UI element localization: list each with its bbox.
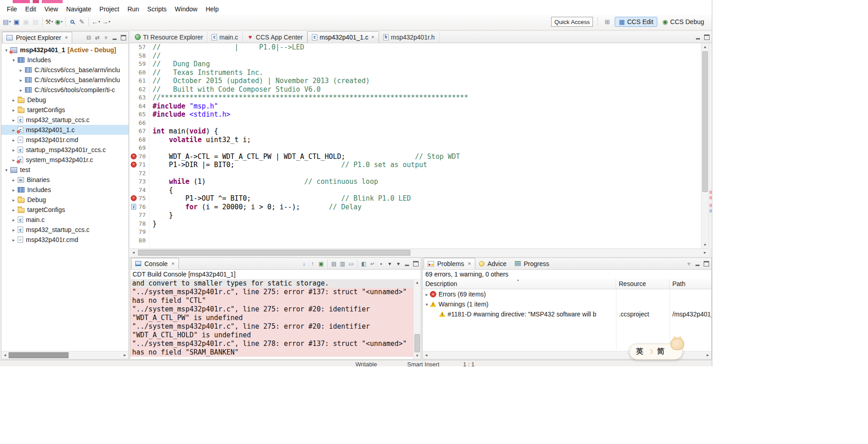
twistie-icon[interactable]: ▸ (10, 178, 17, 183)
editor-tab-msp432p401r-h[interactable]: msp432p401r.h (379, 31, 439, 43)
twistie-icon[interactable]: ▾ (3, 168, 10, 173)
menu-item-view[interactable]: View (40, 4, 62, 15)
tree-item[interactable]: ▸msp432_startup_ccs.c (1, 225, 128, 235)
twistie-icon[interactable]: ▸ (10, 207, 17, 212)
tree-item[interactable]: ▸main.c (1, 215, 128, 225)
ime-simplified[interactable]: 简 (657, 347, 665, 356)
console-tab[interactable]: Console ✕ (131, 258, 179, 269)
open-console-icon[interactable]: ▾ (394, 259, 403, 268)
console-output[interactable]: and convert to smaller types for static … (130, 279, 413, 359)
twistie-icon[interactable]: ▸ (10, 197, 17, 202)
editor-tab-main-c[interactable]: main.c (207, 31, 242, 43)
minimize-icon[interactable] (110, 33, 119, 42)
word-wrap-icon[interactable]: ↵ (368, 259, 377, 268)
error-mark[interactable] (710, 191, 712, 194)
tab-advice[interactable]: Advice (475, 258, 511, 269)
close-tab-icon[interactable]: ✕ (371, 35, 375, 39)
column-description[interactable]: Description ▴ (423, 279, 616, 289)
editor-hscrollbar[interactable]: ◄ ► (130, 248, 709, 257)
problems-row[interactable]: ▾!Warnings (1 item) (423, 299, 711, 309)
editor-vscrollbar[interactable]: ▲ ▼ (701, 43, 709, 248)
menu-item-window[interactable]: Window (171, 4, 202, 15)
tree-item[interactable]: ▸Debug (1, 95, 128, 105)
scroll-right-icon[interactable]: ► (701, 249, 709, 257)
tree-item[interactable]: ▸startup_msp432p401r_ccs.c (1, 145, 128, 155)
tree-item[interactable]: ▸Debug (1, 195, 128, 205)
tree-item[interactable]: ▸system_msp432p401r.c (1, 155, 128, 165)
tree-item[interactable]: ▸C:/ti/ccsv6/ccs_base/arm/inclu (1, 65, 128, 75)
maximize-icon[interactable] (702, 259, 710, 268)
tree-item[interactable]: ▾Includes (1, 55, 128, 65)
tree-item[interactable]: ▸targetConfigs (1, 205, 128, 215)
ime-mode-icon[interactable]: ☽ (647, 348, 653, 355)
ime-indicator[interactable]: 英 ☽ 简 (629, 344, 683, 360)
tab-progress[interactable]: Progress (511, 258, 554, 269)
scroll-right-icon[interactable]: ► (704, 351, 711, 359)
next-error-icon[interactable]: ↓ (300, 259, 308, 268)
twistie-icon[interactable]: ▸ (18, 68, 24, 73)
ime-lang[interactable]: 英 (636, 347, 643, 356)
error-mark[interactable] (710, 196, 712, 199)
tree-item[interactable]: ▸msp432p401r.cmd (1, 235, 128, 245)
maximize-icon[interactable] (411, 259, 420, 268)
twistie-icon[interactable]: ▾ (10, 58, 17, 63)
info-mark[interactable] (710, 209, 712, 212)
project-explorer-hscrollbar[interactable]: ◄ ► (1, 351, 128, 359)
dropdown-arrow-icon[interactable]: ▾ (9, 20, 11, 24)
tab-problems[interactable]: Problems✕ (424, 258, 475, 269)
menu-item-project[interactable]: Project (95, 4, 123, 15)
scrollbar-thumb[interactable] (702, 51, 708, 192)
editor-tab-msp432p401-1-c[interactable]: msp432p401_1.c✕ (307, 31, 379, 43)
twistie-icon[interactable]: ▸ (10, 227, 17, 232)
menu-item-navigate[interactable]: Navigate (62, 4, 95, 15)
copy-log-icon[interactable]: ▥ (338, 259, 347, 268)
scroll-down-icon[interactable]: ▼ (414, 352, 421, 359)
back-icon[interactable]: ←▾ (91, 17, 101, 27)
twistie-icon[interactable]: ▸ (18, 88, 24, 93)
problems-row[interactable]: ▸✕Errors (69 items) (423, 289, 711, 299)
project-explorer-tab[interactable]: Project Explorer ✕ (2, 32, 72, 43)
twistie-icon[interactable]: ▾ (424, 302, 430, 307)
view-menu-icon[interactable]: ▿ (102, 33, 110, 42)
twistie-icon[interactable]: ▸ (18, 78, 24, 83)
tree-item[interactable]: ▸Includes (1, 185, 128, 195)
menu-item-run[interactable]: Run (123, 4, 143, 15)
export-log-icon[interactable]: ▤ (330, 259, 338, 268)
editor-tab-ti-resource-explorer[interactable]: TI Resource Explorer (131, 31, 207, 43)
display-console-icon[interactable]: ▾ (385, 259, 394, 268)
minimize-icon[interactable] (403, 259, 411, 268)
twistie-icon[interactable]: ▸ (10, 128, 17, 133)
console-vscrollbar[interactable]: ▲ ▼ (413, 279, 421, 359)
column-path[interactable]: Path (670, 279, 711, 289)
twistie-icon[interactable]: ▾ (3, 48, 10, 53)
print-icon[interactable]: ▤ (31, 17, 40, 27)
twistie-icon[interactable]: ▸ (10, 98, 17, 103)
pin-console-icon[interactable]: ▪ (377, 259, 385, 268)
overview-ruler[interactable] (709, 43, 712, 248)
maximize-icon[interactable] (119, 33, 128, 42)
twistie-icon[interactable]: ▸ (10, 187, 17, 192)
problems-row[interactable]: !#1181-D #warning directive: "MSP432 sof… (423, 309, 711, 319)
previous-error-icon[interactable]: ↑ (308, 259, 317, 268)
dropdown-arrow-icon[interactable]: ▾ (99, 20, 100, 24)
show-error-in-editor-icon[interactable]: ▣ (317, 259, 326, 268)
scrollbar-thumb[interactable] (414, 334, 420, 352)
twistie-icon[interactable]: ▸ (10, 138, 17, 143)
close-tab-icon[interactable]: ✕ (468, 261, 471, 266)
clear-console-icon[interactable]: ▭ (347, 259, 355, 268)
new-wizard-icon[interactable]: ▤▾ (2, 17, 12, 27)
twistie-icon[interactable]: ▸ (10, 237, 17, 242)
twistie-icon[interactable]: ▸ (424, 292, 430, 297)
scroll-left-icon[interactable]: ◄ (1, 351, 9, 359)
tree-item[interactable]: ▾test (1, 165, 128, 175)
menu-item-edit[interactable]: Edit (21, 4, 40, 15)
menu-item-scripts[interactable]: Scripts (143, 4, 171, 15)
twistie-icon[interactable]: ▸ (10, 158, 17, 163)
tree-item[interactable]: ▾msp432p401_1[Active - Debug] (1, 45, 128, 55)
tree-item[interactable]: ▸targetConfigs (1, 105, 128, 115)
tree-item[interactable]: ▸Binaries (1, 175, 128, 185)
open-element-icon[interactable]: ✎ (77, 17, 87, 27)
scroll-lock-icon[interactable]: ◧ (360, 259, 368, 268)
menu-item-help[interactable]: Help (202, 4, 223, 15)
twistie-icon[interactable]: ▸ (10, 108, 17, 113)
